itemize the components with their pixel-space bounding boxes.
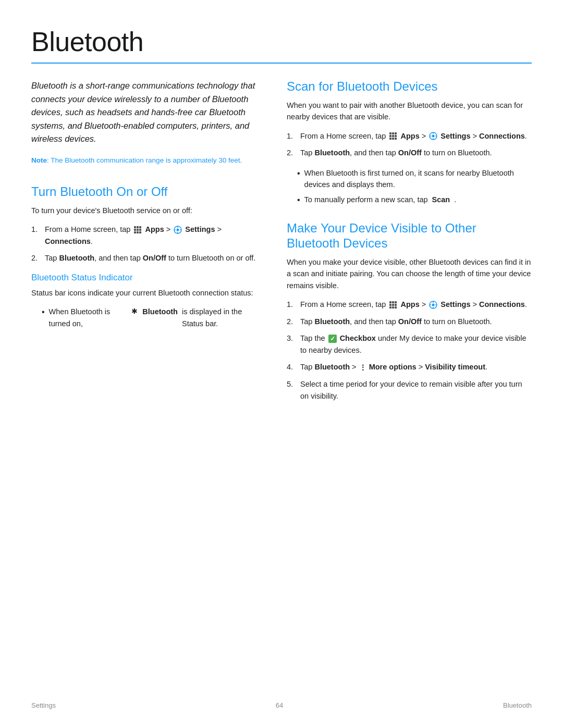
list-item: Tap the Checkbox under My device to make… [287, 332, 532, 356]
list-item: Tap Bluetooth, and then tap On/Off to tu… [287, 147, 532, 158]
scan-step-2: Tap Bluetooth, and then tap On/Off to tu… [300, 147, 532, 158]
mv-step-1: From a Home screen, tap [300, 299, 532, 310]
status-indicator-intro: Status bar icons indicate your current B… [31, 287, 261, 299]
mv-step-2: Tap Bluetooth, and then tap On/Off to tu… [300, 316, 532, 327]
left-column: Bluetooth is a short-range communication… [31, 79, 261, 410]
note-body: : The Bluetooth communication range is a… [47, 156, 242, 164]
svg-rect-18 [389, 135, 391, 137]
list-item: Tap Bluetooth > ⋮ More options > Visibil… [287, 361, 532, 373]
intro-paragraph: Bluetooth is a short-range communication… [31, 79, 261, 146]
svg-rect-2 [139, 226, 141, 228]
footer-right: Bluetooth [503, 701, 532, 709]
step-1-content: From a Home screen, tap [45, 224, 261, 247]
turn-on-off-heading: Turn Bluetooth On or Off [31, 184, 261, 200]
step-2-content: Tap Bluetooth, and then tap On/Off to tu… [45, 252, 261, 264]
list-item: To manually perform a new scan, tap Scan… [297, 194, 532, 207]
svg-rect-21 [389, 138, 391, 140]
apps-icon [389, 132, 397, 140]
make-visible-heading: Make Your Device Visible to Other Blueto… [287, 221, 532, 251]
svg-rect-35 [395, 304, 397, 306]
list-item: From a Home screen, tap [287, 130, 532, 142]
svg-rect-33 [389, 304, 391, 306]
apps-icon [389, 301, 397, 309]
svg-rect-4 [137, 229, 139, 231]
svg-rect-7 [137, 231, 139, 233]
intro-note: Note: The Bluetooth communication range … [31, 155, 261, 166]
svg-rect-0 [134, 226, 136, 228]
checkbox-icon [328, 335, 337, 343]
page: Bluetooth Bluetooth is a short-range com… [0, 0, 563, 728]
mv-step-5: Select a time period for your device to … [300, 378, 532, 402]
list-item: From a Home screen, tap [31, 224, 261, 247]
scan-step-1: From a Home screen, tap [300, 130, 532, 142]
svg-rect-17 [395, 132, 397, 134]
footer: Settings 64 Bluetooth [31, 701, 532, 709]
list-item: Select a time period for your device to … [287, 378, 532, 402]
svg-rect-38 [395, 306, 397, 309]
svg-rect-34 [392, 304, 394, 306]
bluetooth-icon: ✱ [131, 306, 138, 329]
svg-rect-20 [395, 135, 397, 137]
scan-bullets: When Bluetooth is first turned on, it sc… [297, 167, 532, 207]
content-columns: Bluetooth is a short-range communication… [31, 79, 532, 410]
status-indicator-bullets: When Bluetooth is turned on, ✱ Bluetooth… [42, 306, 261, 329]
svg-point-40 [432, 303, 435, 306]
svg-rect-22 [392, 138, 394, 140]
more-options-icon: ⋮ [359, 362, 366, 374]
settings-icon [174, 226, 182, 234]
list-item: Tap Bluetooth, and then tap On/Off to tu… [31, 252, 261, 264]
title-divider [31, 63, 532, 64]
list-item: When Bluetooth is first turned on, it sc… [297, 167, 532, 191]
svg-rect-8 [139, 231, 141, 233]
svg-rect-3 [134, 229, 136, 231]
svg-rect-36 [389, 306, 391, 309]
turn-on-off-intro: To turn your device's Bluetooth service … [31, 205, 261, 216]
settings-icon [429, 301, 437, 309]
mv-step-3: Tap the Checkbox under My device to make… [300, 332, 532, 356]
svg-rect-30 [389, 301, 391, 303]
svg-point-25 [432, 134, 435, 137]
turn-on-off-steps: From a Home screen, tap [31, 224, 261, 264]
scan-steps: From a Home screen, tap [287, 130, 532, 159]
svg-rect-15 [389, 132, 391, 134]
settings-icon [429, 132, 437, 140]
footer-page: 64 [276, 701, 283, 709]
svg-rect-1 [137, 226, 139, 228]
make-visible-intro: When you make your device visible, other… [287, 256, 532, 291]
mv-step-4: Tap Bluetooth > ⋮ More options > Visibil… [300, 361, 532, 373]
svg-point-10 [177, 228, 179, 231]
status-indicator-heading: Bluetooth Status Indicator [31, 273, 261, 283]
list-item: When Bluetooth is turned on, ✱ Bluetooth… [42, 306, 261, 329]
note-label: Note [31, 156, 47, 164]
svg-rect-5 [139, 229, 141, 231]
right-column: Scan for Bluetooth Devices When you want… [287, 79, 532, 410]
page-title: Bluetooth [31, 26, 532, 57]
scan-intro: When you want to pair with another Bluet… [287, 100, 532, 123]
svg-rect-23 [395, 138, 397, 140]
apps-icon [133, 226, 142, 234]
svg-rect-6 [134, 231, 136, 233]
svg-rect-32 [395, 301, 397, 303]
list-item: From a Home screen, tap [287, 299, 532, 310]
svg-rect-37 [392, 306, 394, 309]
scan-heading: Scan for Bluetooth Devices [287, 79, 532, 94]
svg-rect-16 [392, 132, 394, 134]
list-item: Tap Bluetooth, and then tap On/Off to tu… [287, 316, 532, 327]
footer-left: Settings [31, 701, 56, 709]
svg-rect-19 [392, 135, 394, 137]
make-visible-steps: From a Home screen, tap [287, 299, 532, 402]
svg-rect-31 [392, 301, 394, 303]
